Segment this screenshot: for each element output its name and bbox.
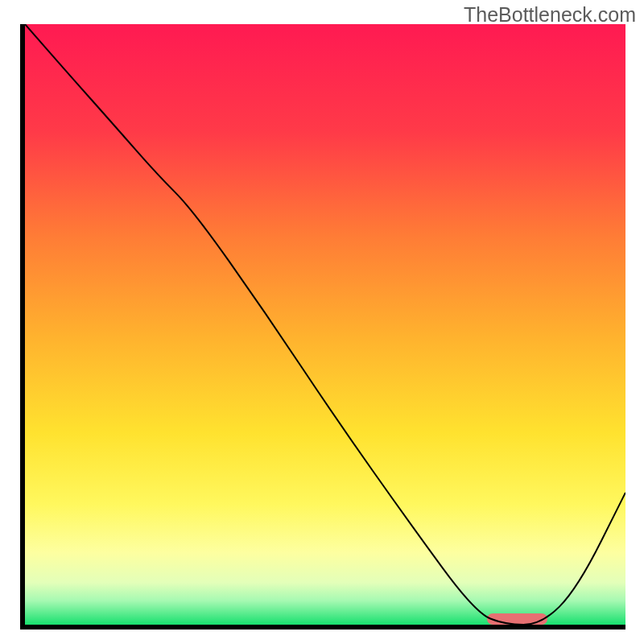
chart-container: TheBottleneck.com: [0, 0, 644, 644]
watermark-text: TheBottleneck.com: [464, 3, 636, 27]
chart-frame: [20, 24, 625, 630]
bottleneck-curve: [25, 24, 625, 625]
